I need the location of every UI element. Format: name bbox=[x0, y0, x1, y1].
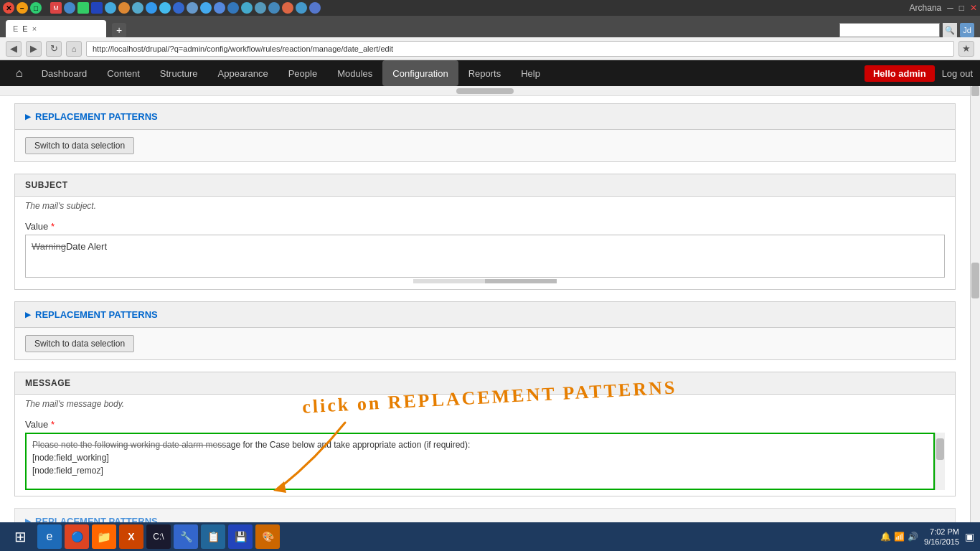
icon6 bbox=[132, 2, 143, 14]
tab-title: E bbox=[22, 24, 27, 33]
tool3-icon[interactable]: 💾 bbox=[228, 524, 253, 549]
date-display: 9/16/2015 bbox=[924, 537, 959, 547]
new-tab-btn[interactable]: + bbox=[112, 23, 126, 37]
window-maximize[interactable]: □ bbox=[30, 2, 42, 14]
hello-text: Hello bbox=[873, 68, 898, 79]
restore-btn[interactable]: □ bbox=[959, 3, 964, 13]
tool2-icon[interactable]: 📋 bbox=[201, 524, 225, 549]
main-area: REPLACEMENT PATTERNS Switch to data sele… bbox=[0, 86, 980, 551]
subject-desc: The mail's subject. bbox=[15, 197, 955, 215]
subject-section: SUBJECT The mail's subject. Value * Warn… bbox=[14, 174, 956, 290]
subject-title: SUBJECT bbox=[15, 174, 955, 197]
icon7 bbox=[146, 2, 157, 14]
address-input[interactable] bbox=[86, 41, 954, 57]
replacement-patterns-body-1: Switch to data selection bbox=[15, 130, 955, 161]
scroll-thumb[interactable] bbox=[971, 263, 979, 298]
start-button[interactable]: ⊞ bbox=[6, 524, 34, 550]
replacement-patterns-section-1: REPLACEMENT PATTERNS Switch to data sele… bbox=[14, 103, 956, 162]
replacement-patterns-title-2[interactable]: REPLACEMENT PATTERNS bbox=[25, 309, 945, 320]
nav-configuration[interactable]: Configuration bbox=[382, 60, 458, 86]
icon2 bbox=[77, 2, 89, 14]
icon11 bbox=[200, 2, 212, 14]
message-title: MESSAGE bbox=[15, 372, 955, 395]
nav-modules[interactable]: Modules bbox=[327, 60, 382, 86]
replacement-patterns-header-2[interactable]: REPLACEMENT PATTERNS bbox=[15, 302, 955, 328]
switch-to-data-btn-1[interactable]: Switch to data selection bbox=[25, 137, 134, 154]
switch-to-data-btn-2[interactable]: Switch to data selection bbox=[25, 335, 134, 352]
window-minimize[interactable]: − bbox=[17, 2, 28, 14]
icon4 bbox=[105, 2, 116, 14]
ie-icon[interactable]: e bbox=[37, 524, 62, 549]
address-bar-row: ◀ ▶ ↻ ⌂ ★ bbox=[0, 37, 980, 60]
subject-textarea-wrapper: WarningDate Alert bbox=[25, 235, 945, 283]
nav-content[interactable]: Content bbox=[97, 60, 150, 86]
icon17 bbox=[282, 2, 293, 14]
refresh-btn[interactable]: ↻ bbox=[46, 41, 62, 57]
message-textarea-display[interactable]: Please note the following working date a… bbox=[25, 433, 935, 490]
subject-display: WarningDate Alert bbox=[25, 235, 945, 278]
icon8 bbox=[159, 2, 171, 14]
home-btn[interactable]: ⌂ bbox=[66, 41, 82, 57]
window-close[interactable]: ✕ bbox=[3, 2, 14, 14]
cms-navbar: ⌂ Dashboard Content Structure Appearance… bbox=[0, 60, 980, 86]
nav-appearance[interactable]: Appearance bbox=[208, 60, 278, 86]
show-desktop-btn[interactable]: ▣ bbox=[965, 531, 974, 542]
scroll-up-btn[interactable] bbox=[971, 86, 979, 96]
admin-text: admin bbox=[898, 68, 925, 79]
logout-link[interactable]: Log out bbox=[942, 68, 973, 79]
replacement-patterns-header-1[interactable]: REPLACEMENT PATTERNS bbox=[15, 104, 955, 130]
message-required-star: * bbox=[51, 419, 55, 430]
page-content: REPLACEMENT PATTERNS Switch to data sele… bbox=[0, 86, 970, 551]
textarea-scrollbar-thumb bbox=[936, 438, 944, 460]
nav-people[interactable]: People bbox=[278, 60, 327, 86]
icon13 bbox=[227, 2, 239, 14]
minimize-btn[interactable]: ─ bbox=[947, 3, 953, 13]
tool1-icon[interactable]: 🔧 bbox=[174, 524, 198, 549]
message-desc: The mail's message body. bbox=[15, 395, 955, 413]
gmail-icon: M bbox=[50, 2, 62, 14]
chrome-icon[interactable]: 🔵 bbox=[65, 524, 89, 549]
main-content: REPLACEMENT PATTERNS Switch to data sele… bbox=[0, 96, 970, 551]
icon1 bbox=[64, 2, 75, 14]
tab-bar: E E × + 🔍 Jd bbox=[0, 16, 980, 37]
page-scrollbar[interactable] bbox=[970, 86, 980, 551]
icon9 bbox=[173, 2, 184, 14]
nav-help[interactable]: Help bbox=[511, 60, 550, 86]
replacement-patterns-title-1[interactable]: REPLACEMENT PATTERNS bbox=[25, 111, 945, 122]
forward-btn[interactable]: ▶ bbox=[26, 41, 42, 57]
top-scrollbar[interactable] bbox=[0, 86, 970, 96]
message-textarea-container: Please note the following working date a… bbox=[25, 433, 945, 490]
textarea-scrollbar[interactable] bbox=[935, 433, 945, 490]
replacement-patterns-body-2: Switch to data selection bbox=[15, 328, 955, 359]
folder-icon[interactable]: 📁 bbox=[92, 524, 116, 549]
back-btn[interactable]: ◀ bbox=[6, 41, 22, 57]
taskbar: ⊞ e 🔵 📁 X C:\ 🔧 📋 💾 🎨 🔔 📶 🔊 7:02 PM 9/16… bbox=[0, 522, 980, 551]
scrollbar-thumb bbox=[456, 88, 514, 94]
icon3 bbox=[91, 2, 103, 14]
jd-icon: Jd bbox=[960, 23, 974, 37]
subject-value-label: Value * bbox=[25, 221, 945, 232]
icon19 bbox=[309, 2, 321, 14]
nav-structure[interactable]: Structure bbox=[150, 60, 208, 86]
cmd-icon[interactable]: C:\ bbox=[146, 524, 171, 549]
taskbar-right: 🔔 📶 🔊 7:02 PM 9/16/2015 ▣ bbox=[880, 527, 974, 547]
xampp-icon[interactable]: X bbox=[119, 524, 143, 549]
nav-reports[interactable]: Reports bbox=[458, 60, 512, 86]
message-value-label: Value * bbox=[25, 419, 945, 430]
subject-body: Value * WarningDate Alert bbox=[15, 215, 955, 289]
close-btn[interactable]: ✕ bbox=[970, 3, 977, 13]
browser-search-input[interactable] bbox=[839, 23, 940, 37]
active-tab[interactable]: E E × bbox=[6, 20, 106, 37]
icon5 bbox=[118, 2, 130, 14]
home-nav-icon[interactable]: ⌂ bbox=[7, 67, 32, 80]
taskbar-clock: 7:02 PM 9/16/2015 bbox=[924, 527, 959, 547]
browser-chrome: ✕ − □ M Archana ─ □ ✕ bbox=[0, 0, 980, 16]
tab-favicon: E bbox=[13, 24, 18, 33]
nav-dashboard[interactable]: Dashboard bbox=[32, 60, 98, 86]
bookmark-btn[interactable]: ★ bbox=[958, 41, 974, 57]
browser-search-btn[interactable]: 🔍 bbox=[943, 23, 957, 37]
tab-close-icon[interactable]: × bbox=[32, 24, 37, 33]
icon12 bbox=[214, 2, 225, 14]
icon18 bbox=[296, 2, 307, 14]
paint-icon[interactable]: 🎨 bbox=[255, 524, 280, 549]
